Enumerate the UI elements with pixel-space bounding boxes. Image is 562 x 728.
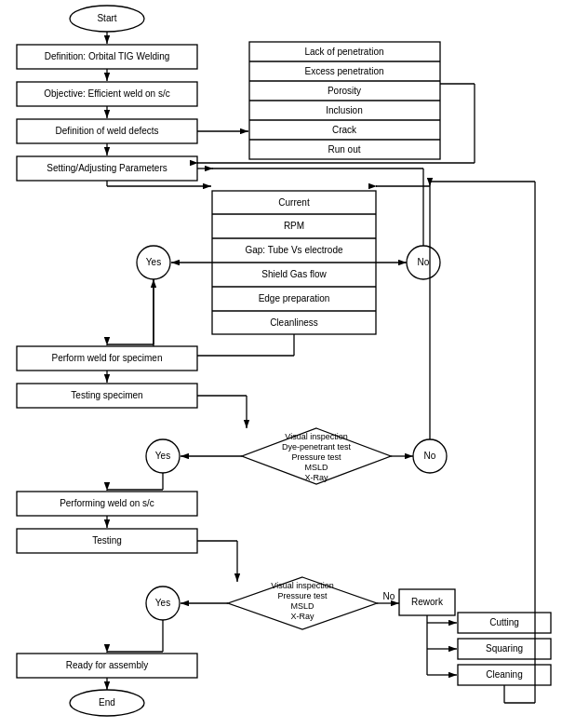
insp2-t1: Visual inspection bbox=[271, 581, 333, 590]
no3-text: No bbox=[383, 591, 395, 601]
text-testing: Testing bbox=[92, 535, 122, 546]
yes3-text: Yes bbox=[155, 598, 170, 608]
text-squaring: Squaring bbox=[486, 643, 523, 654]
text-perform-weld: Perform weld for specimen bbox=[52, 353, 163, 363]
defect-excess: Excess penetration bbox=[304, 66, 383, 76]
text-setting: Setting/Adjusting Parameters bbox=[47, 163, 167, 173]
text-perf-weld-sc: Performing weld on s/c bbox=[60, 498, 154, 508]
param-edge: Edge preparation bbox=[259, 293, 330, 303]
start-text: Start bbox=[97, 13, 116, 23]
text-obj: Objective: Efficient weld on s/c bbox=[44, 88, 169, 99]
text-cutting: Cutting bbox=[489, 617, 519, 627]
yes1-text: Yes bbox=[146, 257, 161, 267]
insp1-t5: X-Ray bbox=[304, 473, 328, 482]
text-test-spec: Testing specimen bbox=[71, 390, 142, 400]
defect-runout: Run out bbox=[328, 144, 360, 155]
param-clean: Cleanliness bbox=[270, 317, 318, 328]
defect-inclusion: Inclusion bbox=[326, 105, 362, 115]
insp2-t2: Pressure test bbox=[277, 591, 328, 600]
text-ready: Ready for assembly bbox=[66, 660, 148, 670]
defect-lack: Lack of penetration bbox=[304, 47, 383, 57]
param-current: Current bbox=[278, 197, 310, 208]
defect-porosity: Porosity bbox=[328, 86, 361, 96]
end-text: End bbox=[99, 697, 115, 708]
insp2-t3: MSLD bbox=[290, 601, 314, 611]
insp1-t1: Visual inspection bbox=[285, 432, 347, 441]
param-shield: Shield Gas flow bbox=[261, 269, 327, 279]
no1-text: No bbox=[418, 257, 430, 267]
text-rework: Rework bbox=[411, 597, 444, 607]
yes2-text: Yes bbox=[155, 451, 170, 461]
insp1-t3: Pressure test bbox=[291, 452, 341, 462]
text-def-defects: Definition of weld defects bbox=[55, 126, 158, 136]
insp1-t2: Dye-penetrant test bbox=[282, 442, 352, 452]
insp1-t4: MSLD bbox=[304, 463, 328, 472]
no2-text: No bbox=[424, 451, 436, 461]
param-rpm: RPM bbox=[284, 221, 304, 231]
text-def-tig: Definition: Orbital TIG Welding bbox=[45, 51, 170, 61]
defect-crack: Crack bbox=[332, 125, 357, 135]
insp2-t4: X-Ray bbox=[290, 612, 314, 621]
param-gap: Gap: Tube Vs electrode bbox=[245, 245, 343, 255]
text-cleaning: Cleaning bbox=[486, 669, 522, 680]
main-diagram: .bx { fill:#fff; stroke:#000; stroke-wid… bbox=[0, 0, 562, 728]
